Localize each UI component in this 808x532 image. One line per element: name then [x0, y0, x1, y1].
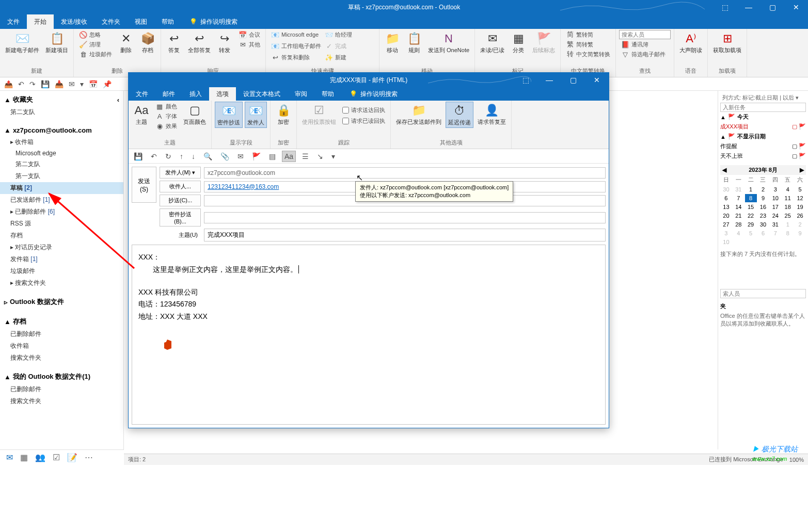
from-value[interactable]: xz7pccom@outlook.com	[204, 167, 606, 179]
qs-edge[interactable]: 📧Microsoft edge	[269, 30, 321, 39]
cqat-more-icon[interactable]: ▾	[329, 151, 337, 162]
compose-minimize-icon[interactable]: —	[537, 73, 561, 87]
mail-view-icon[interactable]: ✉	[6, 453, 13, 462]
qat-save-icon[interactable]: 💾	[41, 80, 50, 88]
cc-button[interactable]: 抄送(C)...	[160, 195, 201, 206]
todo-nodate-header[interactable]: ▲🚩不显示日期	[720, 132, 806, 141]
cqat-category-icon[interactable]: ▤	[267, 151, 278, 162]
message-body[interactable]: XXX： 这里是举例正文内容，这里是举例正文内容。 XXX 科技有限公司 电话：…	[132, 245, 606, 425]
cqat-aa-icon[interactable]: Aa	[282, 151, 296, 162]
tell-me-search[interactable]: 💡 操作说明搜索	[181, 14, 237, 29]
cqat-attach-icon[interactable]: 📎	[218, 151, 231, 162]
new-task-input[interactable]	[720, 103, 806, 112]
cqat-flag-icon[interactable]: 🚩	[250, 151, 263, 162]
address-book-button[interactable]: 📕通讯簿	[619, 40, 671, 49]
account-header[interactable]: ▲xz7pccom@outlook.com	[0, 124, 123, 136]
mydata-deleted[interactable]: 已删除邮件	[0, 383, 123, 395]
todo-item-noshift[interactable]: 天不上班▢ 🚩	[720, 151, 806, 161]
encrypt-button[interactable]: 🔒加密	[274, 102, 293, 127]
ctab-file[interactable]: 文件	[129, 87, 155, 101]
subject-field[interactable]: 完成XXX项目	[204, 229, 606, 241]
compose-tell-me[interactable]: 💡操作说明搜索	[341, 87, 398, 101]
tab-folder[interactable]: 文件夹	[94, 14, 128, 29]
qat-flag-icon[interactable]: 📌	[103, 80, 112, 88]
junk-button[interactable]: 🗑垃圾邮件	[77, 50, 114, 59]
move-button[interactable]: 📁移动	[383, 30, 402, 55]
search-people-input[interactable]	[619, 30, 671, 39]
qs-team[interactable]: 📧工作组电子邮件	[269, 41, 321, 51]
history-folder[interactable]: ▸ 对话历史记录	[0, 241, 123, 253]
cqat-down-icon[interactable]: ↓	[189, 151, 197, 162]
inbox-edge[interactable]: Microsoft edge	[0, 148, 123, 158]
reply-all-button[interactable]: ↩全部答复	[186, 30, 213, 55]
sent-folder[interactable]: 已发送邮件 [1]	[0, 194, 123, 206]
search-people-side[interactable]	[720, 289, 806, 298]
qat-print-icon[interactable]: 📥	[55, 80, 64, 88]
tab-sendreceive[interactable]: 发送/接收	[54, 14, 94, 29]
arrangeby-label[interactable]: 列方式: 标记:截止日期 | 以后 ▾	[720, 93, 806, 103]
qs-manager[interactable]: 📨给经理	[323, 30, 369, 39]
ignore-button[interactable]: 🚫忽略	[77, 30, 114, 39]
voting-button[interactable]: ☑使用投票按钮	[300, 102, 338, 127]
categorize-button[interactable]: ▦分类	[509, 30, 528, 55]
close-icon[interactable]: ✕	[784, 0, 808, 14]
todo-item-reminder[interactable]: 作提醒▢ 🚩	[720, 141, 806, 151]
tab-view[interactable]: 视图	[128, 14, 154, 29]
delivery-receipt-checkbox[interactable]: 请求送达回执	[340, 106, 387, 115]
ctab-insert[interactable]: 插入	[182, 87, 209, 101]
people-view-icon[interactable]: 👥	[35, 453, 45, 462]
qs-done[interactable]: ✓完成	[323, 41, 369, 51]
calendar-view-icon[interactable]: ▦	[20, 453, 28, 462]
cqat-zoom-icon[interactable]: 🔍	[201, 151, 214, 162]
ctab-message[interactable]: 邮件	[155, 87, 182, 101]
todo-today-header[interactable]: ▲🚩今天	[720, 112, 806, 122]
outbox-folder[interactable]: 发件箱 [1]	[0, 253, 123, 265]
inbox-folder[interactable]: ▸ 收件箱	[0, 136, 123, 148]
favorites-header[interactable]: ▲收藏夹‹	[0, 93, 123, 106]
mydata-header[interactable]: ▲我的 Outlook 数据文件(1)	[0, 370, 123, 383]
notes-view-icon[interactable]: 📝	[67, 453, 77, 462]
cqat-up-icon[interactable]: ↑	[178, 151, 185, 162]
themes-button[interactable]: Aa主题	[132, 102, 151, 127]
compose-maximize-icon[interactable]: ▢	[561, 73, 585, 87]
datafile-header[interactable]: ▹Outlook 数据文件	[0, 295, 123, 309]
qat-more-icon[interactable]: ▾	[80, 80, 84, 88]
cqat-arrow-icon[interactable]: ↘	[315, 151, 325, 162]
inbox-team2[interactable]: 第二支队	[0, 158, 123, 170]
qs-replydel[interactable]: ↩答复和删除	[269, 53, 321, 62]
fav-item[interactable]: 第二支队	[0, 106, 123, 118]
qat-mail-icon[interactable]: ✉	[69, 80, 75, 88]
filter-email-button[interactable]: ▽筛选电子邮件	[619, 50, 671, 59]
clean-button[interactable]: 🧹清理	[77, 40, 114, 49]
qat-redo-icon[interactable]: ↷	[29, 80, 36, 88]
from-dropdown[interactable]: 发件人(M) ▾	[160, 167, 201, 179]
savesentto-button[interactable]: 📁保存已发送邮件到	[394, 102, 443, 127]
minimize-icon[interactable]: —	[737, 0, 761, 14]
cqat-list-icon[interactable]: ☰	[300, 151, 311, 162]
rss-folder[interactable]: RSS 源	[0, 218, 123, 230]
more-view-icon[interactable]: ⋯	[85, 453, 93, 462]
tab-home[interactable]: 开始	[27, 14, 54, 29]
ctab-help[interactable]: 帮助	[314, 87, 341, 101]
effects-button[interactable]: ◉效果	[153, 121, 179, 131]
cal-next[interactable]: ▶	[800, 167, 804, 173]
forward-button[interactable]: ↪转发	[215, 30, 234, 55]
drafts-folder[interactable]: 草稿 [2]	[0, 182, 123, 194]
archive-header[interactable]: ▲存档	[0, 315, 123, 328]
archive-deleted[interactable]: 已删除邮件	[0, 328, 123, 340]
archive-folder[interactable]: 存档	[0, 230, 123, 241]
cqat-mail-icon[interactable]: ✉	[235, 151, 246, 162]
onenote-button[interactable]: N发送到 OneNote	[426, 30, 471, 55]
qs-new[interactable]: ✨新建	[323, 53, 369, 62]
junk-folder[interactable]: 垃圾邮件	[0, 265, 123, 277]
more-respond-button[interactable]: ✉其他	[236, 40, 262, 49]
read-aloud-button[interactable]: A⁾大声朗读	[677, 30, 704, 55]
inbox-team1[interactable]: 第一支队	[0, 170, 123, 182]
from-toggle[interactable]: 📧发件人	[245, 102, 267, 128]
search-folders[interactable]: ▸ 搜索文件夹	[0, 277, 123, 289]
direct-replies-button[interactable]: 👤请求答复至	[476, 102, 508, 127]
calendar-grid[interactable]: 日一二三四五六303112345678910111213141516171819…	[720, 175, 806, 246]
rules-button[interactable]: 📋规则	[404, 30, 424, 55]
followup-button[interactable]: 🚩后续标志	[530, 30, 557, 55]
bcc-field[interactable]	[204, 212, 606, 223]
